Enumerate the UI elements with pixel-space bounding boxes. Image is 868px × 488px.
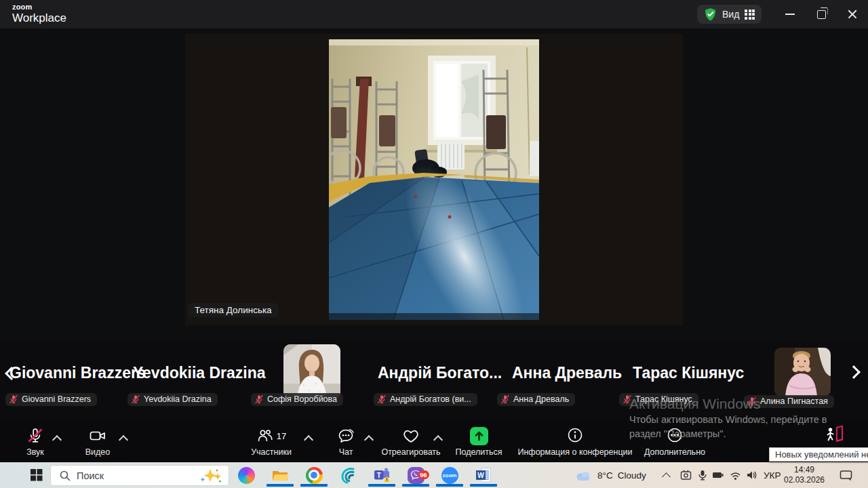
leave-meeting-button[interactable]	[825, 424, 848, 447]
video-options-chevron[interactable]	[118, 434, 129, 443]
weather-condition: Cloudy	[618, 470, 646, 481]
notification-center-button[interactable]	[840, 462, 853, 488]
running-indicator	[267, 484, 294, 487]
participants-options-chevron[interactable]	[303, 434, 314, 443]
participant-label: Giovanni Brazzers	[5, 393, 97, 406]
cast-tray-icon[interactable]	[680, 462, 692, 488]
mic-muted-toolbar-icon	[26, 427, 44, 445]
share-screen-button[interactable]: Поделиться	[445, 425, 513, 457]
running-indicator	[300, 484, 328, 487]
volume-tray-icon[interactable]	[746, 462, 757, 488]
zoom-app-icon[interactable]: zoom	[440, 466, 459, 485]
participants-icon	[256, 427, 274, 445]
tray-expand-button[interactable]	[663, 462, 669, 488]
camera-icon	[88, 427, 107, 445]
participant-video-tile[interactable]	[283, 344, 340, 399]
teams-app-icon[interactable]: T	[372, 466, 391, 485]
mic-muted-icon	[623, 394, 632, 404]
windows-logo-icon	[31, 469, 43, 481]
more-icon	[665, 426, 684, 445]
close-button[interactable]	[842, 5, 863, 23]
chevron-up-icon	[433, 435, 443, 445]
word-app-icon[interactable]: W	[474, 466, 493, 485]
clock[interactable]: 14:49 02.03.2026	[780, 465, 829, 485]
copilot-app-icon[interactable]	[237, 466, 256, 485]
wave-app-icon[interactable]	[338, 466, 357, 485]
search-placeholder: Поиск	[77, 470, 104, 481]
viber-badge: 96	[418, 470, 429, 479]
share-icon	[470, 427, 488, 445]
participant-tile-name[interactable]: Андрій Богато...	[378, 364, 502, 382]
language-indicator[interactable]: УКР	[764, 462, 781, 488]
cloud-icon	[575, 470, 593, 481]
chevron-up-icon	[304, 435, 313, 445]
chrome-icon	[306, 467, 323, 484]
chrome-app-icon[interactable]	[304, 466, 323, 485]
word-icon: W	[475, 466, 492, 484]
participant-tile-name[interactable]: Giovanni Brazzers	[9, 364, 146, 382]
wave-icon	[339, 466, 357, 484]
more-button[interactable]: Дополнительно	[614, 425, 736, 457]
participant-label: Андрій Богатов (ви...	[374, 393, 477, 406]
participant-video-alina	[774, 348, 831, 396]
windows-taskbar: Поиск	[0, 462, 868, 488]
heart-icon	[401, 427, 421, 445]
date-label: 02.03.2026	[780, 475, 829, 485]
brand-zoom: zoom	[12, 3, 66, 11]
file-explorer-app-icon[interactable]	[271, 466, 290, 485]
participant-video-tile[interactable]	[774, 348, 831, 396]
view-menu-button[interactable]: Вид	[697, 5, 762, 24]
participant-tile-name[interactable]: Анна Древаль	[512, 364, 622, 382]
titlebar: zoom Workplace Вид	[0, 0, 868, 28]
gallery-view-icon	[745, 9, 755, 20]
start-button[interactable]	[27, 466, 46, 485]
brand-workplace: Workplace	[12, 12, 66, 24]
chevron-up-icon	[119, 435, 128, 445]
scroll-right-button[interactable]	[846, 363, 861, 381]
stage-area: Тетяна Долинська	[0, 28, 868, 339]
mic-muted-icon	[9, 394, 18, 404]
copilot-icon	[238, 467, 255, 484]
notifications-tooltip: Новых уведомлений нет	[769, 447, 868, 462]
battery-tray-icon[interactable]	[712, 462, 724, 488]
chevron-up-icon	[662, 472, 671, 481]
restore-button[interactable]	[811, 5, 831, 23]
restore-icon	[817, 10, 826, 19]
main-video-tile[interactable]: Тетяна Долинська	[185, 34, 683, 325]
running-indicator	[436, 484, 463, 487]
speaker-name-label: Тетяна Долинська	[188, 303, 279, 317]
participant-label: Алина Пигнастая	[744, 395, 834, 408]
network-tray-icon[interactable]	[730, 462, 741, 488]
view-label: Вид	[722, 9, 739, 20]
viber-app-icon[interactable]: 96	[406, 466, 425, 485]
microphone-tray-icon[interactable]	[697, 462, 708, 488]
participant-label: Анна Древаль	[497, 393, 575, 406]
gym-video-feed	[329, 39, 539, 320]
react-options-chevron[interactable]	[433, 434, 443, 443]
weather-widget[interactable]: 8°C Cloudy	[575, 462, 646, 488]
participant-label: Тарас Кішянус	[619, 393, 698, 406]
close-icon	[847, 9, 858, 20]
participants-button[interactable]: 17 Участники	[231, 425, 312, 457]
weather-temp: 8°C	[597, 470, 613, 481]
video-button[interactable]: Видео	[71, 425, 125, 457]
meeting-toolbar: Звук Видео 17 Участники	[0, 420, 868, 462]
security-shield-icon	[704, 7, 717, 22]
participant-tile-name[interactable]: Yevdokiia Drazina	[133, 364, 266, 382]
time-label: 14:49	[780, 465, 829, 475]
notification-bubble-icon	[840, 470, 853, 481]
svg-text:W: W	[477, 472, 484, 479]
language-label: УКР	[764, 470, 781, 481]
audio-options-chevron[interactable]	[52, 434, 62, 443]
minimize-button[interactable]	[780, 5, 800, 23]
chat-icon	[336, 427, 355, 445]
participant-video-sofiia	[283, 344, 340, 399]
participant-tile-name[interactable]: Тарас Кішянус	[633, 364, 744, 382]
zoom-workplace-window: zoom Workplace Вид	[0, 0, 868, 488]
participants-count: 17	[277, 431, 286, 441]
copilot-sparkles-icon	[199, 468, 222, 484]
search-input[interactable]: Поиск	[50, 465, 229, 486]
zoom-workplace-logo: zoom Workplace	[12, 3, 66, 24]
search-icon	[59, 470, 71, 482]
speaker-name: Тетяна Долинська	[195, 305, 272, 315]
